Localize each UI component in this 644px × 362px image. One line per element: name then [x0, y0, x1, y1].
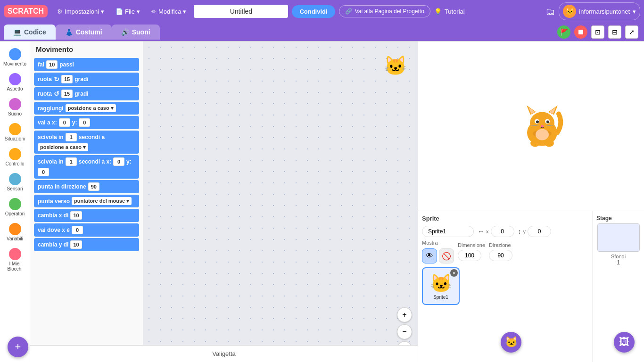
y-axis-icon: ↕	[518, 228, 521, 235]
layout-split-button[interactable]: ⊡	[591, 25, 604, 39]
settings-icon: ⚙	[57, 8, 63, 15]
sprite-x-input[interactable]	[491, 226, 514, 237]
block-changex[interactable]: cambia x di 10	[34, 209, 139, 222]
block-glide-secs-input[interactable]: 1	[66, 133, 77, 141]
project-page-icon: 🔗	[345, 8, 352, 15]
block-setx-label: vai dove x è	[38, 227, 70, 233]
code-tab-label: Codice	[24, 28, 46, 36]
folder-icon[interactable]: 🗂	[545, 6, 555, 17]
block-towards[interactable]: punta verso puntatore del mouse ▾	[34, 195, 139, 207]
sprite-direction-input[interactable]	[489, 250, 512, 261]
stage-sprite	[516, 99, 568, 153]
stage-section-label: Stage	[596, 215, 612, 222]
block-turn-ccw-input[interactable]: 15	[61, 90, 73, 98]
category-situazioni[interactable]: Situazioni	[0, 120, 30, 144]
share-button[interactable]: Condividi	[292, 5, 335, 18]
layout-fullscreen-button[interactable]: ⤢	[625, 25, 638, 39]
category-sensori[interactable]: Sensori	[0, 170, 30, 194]
add-background-area: 🖼	[614, 332, 635, 353]
show-button[interactable]: 👁	[422, 248, 437, 263]
add-background-button[interactable]: 🖼	[614, 332, 635, 353]
tutorial-button[interactable]: 💡 Tutorial	[434, 8, 465, 15]
sprite-card-sprite1[interactable]: ✕ 🐱 Sprite1	[422, 267, 460, 305]
x-prop-group: ↔ x	[478, 226, 514, 237]
top-nav: SCRATCH ⚙ Impostazioni ▾ 📄 File ▾ ✏ Modi…	[0, 0, 644, 23]
tab-code[interactable]: 💻 Codice	[4, 25, 56, 40]
block-changey-input[interactable]: 10	[70, 240, 82, 249]
avatar-image: 🐱	[563, 5, 576, 18]
block-direction-input[interactable]: 90	[88, 182, 99, 191]
category-suono[interactable]: Suono	[0, 95, 30, 119]
block-glide-label2: secondi a	[79, 134, 105, 140]
edit-arrow-icon: ▾	[183, 8, 186, 15]
add-sprite-button[interactable]: 🐱	[501, 332, 521, 353]
categoria-miei-blocchi-label: I Miei Blocchi	[2, 261, 28, 272]
block-gotoxy-y-input[interactable]: 0	[79, 118, 90, 127]
svg-rect-0	[578, 30, 583, 34]
layout-small-button[interactable]: ⊟	[608, 25, 621, 39]
suono-dot	[9, 98, 21, 110]
username-label: informarsipuntonet	[579, 8, 630, 15]
scratch-logo[interactable]: SCRATCH	[4, 5, 48, 17]
category-controllo[interactable]: Controllo	[0, 145, 30, 169]
zoom-in-button[interactable]: +	[397, 307, 412, 322]
sprite-name-input[interactable]	[422, 226, 474, 237]
tab-costumes[interactable]: 👗 Costumi	[56, 25, 112, 40]
edit-menu[interactable]: ✏ Modifica ▾	[148, 6, 190, 17]
block-turn-cw-input[interactable]: 15	[61, 75, 73, 83]
hide-button[interactable]: 🚫	[439, 248, 454, 263]
category-miei-blocchi[interactable]: I Miei Blocchi	[0, 245, 30, 274]
block-goto-dropdown[interactable]: posizione a caso ▾	[66, 104, 116, 112]
block-direction[interactable]: punta in direzione 90	[34, 180, 139, 193]
stop-button[interactable]	[574, 25, 587, 39]
blocks-title: Movimento	[34, 45, 139, 53]
file-menu[interactable]: 📄 File ▾	[112, 6, 144, 17]
block-turn-ccw[interactable]: ruota ↺ 15 gradi	[34, 87, 139, 100]
block-move-steps-input[interactable]: 10	[46, 60, 58, 69]
sprite-y-input[interactable]	[528, 226, 551, 237]
block-gotoxy-x-input[interactable]: 0	[59, 118, 70, 127]
green-flag-button[interactable]: 🚩	[557, 25, 570, 39]
sprite-delete-button[interactable]: ✕	[450, 269, 458, 277]
sfondi-label: Sfondi	[611, 254, 626, 259]
block-turn-cw[interactable]: ruota ↻ 15 gradi	[34, 73, 139, 86]
mostra-label: Mostra	[422, 240, 454, 246]
add-block-button[interactable]: +	[8, 337, 28, 357]
block-gotoxy[interactable]: vai a x: 0 y: 0	[34, 116, 139, 129]
sprite-props: ↔ x ↕ y	[422, 226, 588, 237]
block-glideto-y-input[interactable]: 0	[38, 168, 49, 176]
project-title-input[interactable]	[194, 5, 288, 18]
category-operatori[interactable]: Operatori	[0, 195, 30, 219]
script-area[interactable]: 🐱 ↖ + − =	[143, 41, 418, 362]
category-variabili[interactable]: Variabili	[0, 220, 30, 244]
project-page-label: Vai alla Pagina del Progetto	[355, 8, 424, 15]
block-setx-input[interactable]: 0	[72, 226, 83, 234]
block-glideto[interactable]: scivola in 1 secondi a x: 0 y: 0	[34, 155, 139, 179]
block-towards-dropdown[interactable]: puntatore del mouse ▾	[72, 197, 132, 205]
zoom-out-button[interactable]: −	[397, 324, 412, 339]
sprite-size-input[interactable]	[458, 250, 481, 261]
block-move-label: fai	[38, 61, 44, 68]
file-icon: 📄	[116, 8, 123, 15]
block-move[interactable]: fai 10 passi	[34, 58, 139, 71]
block-glideto-x-input[interactable]: 0	[113, 157, 124, 166]
project-page-button[interactable]: 🔗 Vai alla Pagina del Progetto	[339, 5, 430, 17]
settings-menu[interactable]: ⚙ Impostazioni ▾	[53, 6, 108, 17]
direction-label: Direzione	[489, 242, 511, 248]
block-changex-input[interactable]: 10	[70, 211, 82, 220]
svg-point-9	[536, 120, 539, 123]
block-setx[interactable]: vai dove x è 0	[34, 223, 139, 237]
user-avatar[interactable]: 🐱 informarsipuntonet ▾	[559, 2, 640, 20]
category-movimento[interactable]: Movimento	[0, 45, 30, 69]
block-changey[interactable]: cambia y di 10	[34, 238, 139, 251]
block-glide[interactable]: scivola in 1 secondi a posizione a caso …	[34, 131, 139, 154]
stage-thumbnail[interactable]	[597, 223, 640, 252]
tab-sounds[interactable]: 🔊 Suoni	[112, 25, 160, 40]
stage-controls: 🚩 ⊡ ⊟ ⤢	[557, 25, 644, 39]
block-glideto-secs-input[interactable]: 1	[66, 157, 77, 166]
add-block-area: +	[8, 337, 28, 357]
block-goto[interactable]: raggiungi posizione a caso ▾	[34, 102, 139, 115]
category-aspetto[interactable]: Aspetto	[0, 70, 30, 94]
block-glide-dropdown[interactable]: posizione a caso ▾	[38, 143, 88, 151]
block-gotoxy-label: vai a x:	[38, 119, 57, 126]
